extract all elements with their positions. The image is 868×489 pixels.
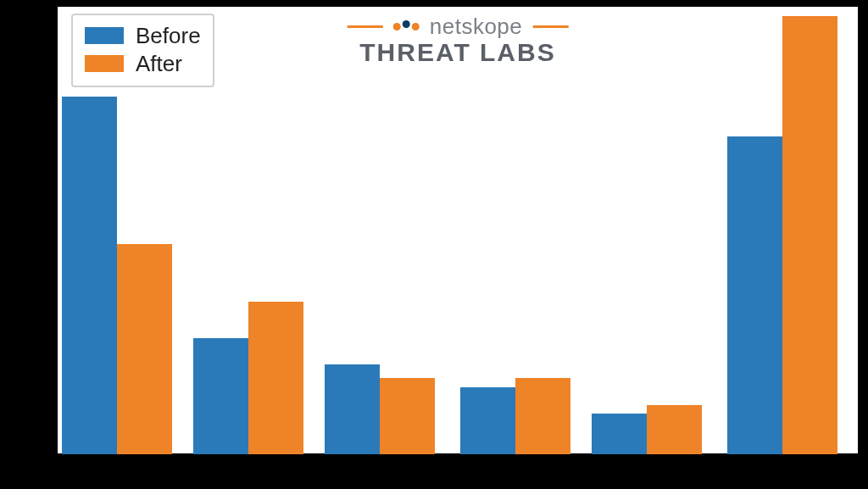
bar-after-6 (782, 16, 837, 454)
bar-after-3 (380, 378, 435, 454)
bar-before-4 (460, 387, 515, 454)
bar-before-5 (592, 414, 647, 454)
bar-after-2 (248, 302, 303, 454)
bar-after-1 (117, 244, 172, 454)
bar-before-2 (193, 338, 248, 454)
bar-after-4 (515, 378, 570, 454)
chart-plot-area: Before After netskope THREAT LABS (58, 7, 858, 454)
bar-after-5 (647, 405, 702, 454)
bars-layer (58, 7, 858, 454)
bar-before-3 (325, 364, 380, 454)
bar-before-6 (727, 136, 782, 454)
bar-before-1 (62, 97, 117, 454)
